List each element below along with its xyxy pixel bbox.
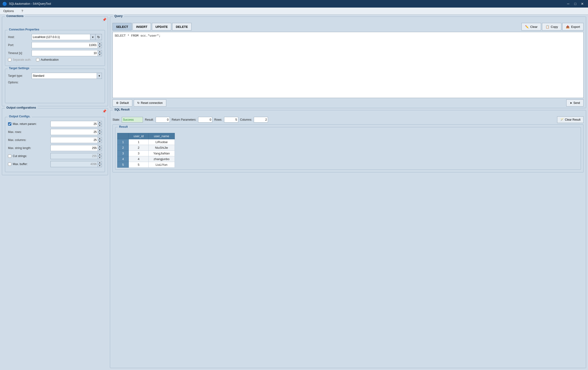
separate-auth-row: Separate auth. bbox=[8, 58, 31, 61]
result-label: Result: bbox=[145, 118, 154, 121]
table-row: 22NiuShiJie bbox=[117, 145, 175, 151]
port-label: Port: bbox=[8, 44, 32, 47]
right-panel: Query SELECT INSERT UPDATE DELETE ✏️ Cle… bbox=[110, 17, 586, 368]
menu-item-help[interactable]: ? bbox=[20, 9, 24, 13]
export-button[interactable]: 📤 Export bbox=[562, 23, 584, 31]
cut-strings-checkbox-row: Cut strings: bbox=[8, 154, 51, 158]
user-id-cell: 3 bbox=[129, 151, 149, 156]
insert-button[interactable]: INSERT bbox=[133, 23, 151, 31]
send-button[interactable]: ➤ Send bbox=[566, 99, 584, 107]
result-field[interactable] bbox=[156, 117, 170, 122]
port-input[interactable] bbox=[32, 42, 98, 48]
timeout-up-button[interactable]: ▲ bbox=[98, 50, 102, 53]
target-settings-title: Target Settings bbox=[8, 66, 31, 70]
max-rows-input[interactable] bbox=[51, 129, 98, 135]
return-parameters-label: Return Parameters: bbox=[172, 118, 197, 121]
authentication-checkbox[interactable] bbox=[36, 58, 39, 61]
query-panel-title: Query bbox=[113, 14, 124, 18]
cut-strings-up[interactable]: ▲ bbox=[98, 153, 102, 156]
max-buffer-input[interactable] bbox=[51, 161, 98, 167]
host-input[interactable] bbox=[32, 34, 90, 40]
update-button[interactable]: UPDATE bbox=[152, 23, 171, 31]
cut-strings-checkbox[interactable] bbox=[8, 154, 11, 158]
max-columns-input[interactable] bbox=[51, 137, 98, 143]
host-refresh-button[interactable]: ↻ bbox=[95, 34, 102, 40]
clear-label: Clear bbox=[530, 25, 537, 29]
max-return-param-down[interactable]: ▼ bbox=[98, 124, 102, 127]
output-panel-pin[interactable]: 📌 bbox=[102, 109, 106, 113]
timeout-down-button[interactable]: ▼ bbox=[98, 53, 102, 56]
row-num-cell: 3 bbox=[117, 151, 129, 156]
cut-strings-down[interactable]: ▼ bbox=[98, 156, 102, 159]
connections-panel-pin[interactable]: 📌 bbox=[102, 18, 106, 22]
clear-button[interactable]: ✏️ Clear bbox=[522, 23, 541, 31]
target-type-dropdown-button[interactable]: ▼ bbox=[97, 73, 102, 79]
max-string-length-down[interactable]: ▼ bbox=[98, 148, 102, 151]
max-columns-up[interactable]: ▲ bbox=[98, 137, 102, 140]
target-type-select[interactable]: Standard bbox=[32, 73, 97, 79]
port-row: Port: ▲ ▼ bbox=[8, 42, 102, 48]
timeout-input[interactable] bbox=[32, 50, 98, 56]
output-configurations-title: Output configurations bbox=[5, 106, 38, 109]
cut-strings-spinbox-buttons: ▲ ▼ bbox=[98, 153, 102, 159]
return-parameters-field[interactable] bbox=[198, 117, 212, 122]
delete-button[interactable]: DELETE bbox=[172, 23, 191, 31]
select-button[interactable]: SELECT bbox=[113, 23, 132, 31]
max-buffer-checkbox[interactable] bbox=[8, 163, 11, 166]
max-rows-up[interactable]: ▲ bbox=[98, 129, 102, 132]
host-input-group: ▼ ↻ bbox=[32, 34, 102, 40]
separate-auth-checkbox[interactable] bbox=[8, 58, 11, 61]
max-string-length-input[interactable] bbox=[51, 145, 98, 151]
maximize-button[interactable]: □ bbox=[572, 1, 578, 6]
rows-field[interactable] bbox=[224, 117, 238, 122]
max-return-param-input[interactable] bbox=[51, 121, 98, 127]
max-columns-down[interactable]: ▼ bbox=[98, 140, 102, 143]
minimize-button[interactable]: ─ bbox=[565, 1, 571, 6]
cut-strings-input[interactable] bbox=[51, 153, 98, 159]
result-toolbar: State: Result: Return Parameters: Rows: … bbox=[110, 115, 586, 124]
menu-item-options[interactable]: Options bbox=[2, 9, 15, 13]
port-up-button[interactable]: ▲ bbox=[98, 42, 102, 45]
columns-label: Columns: bbox=[240, 118, 252, 121]
copy-label: Copy bbox=[551, 25, 558, 29]
rows-label: Rows: bbox=[214, 118, 222, 121]
user-name-cell: zhangjunbo bbox=[148, 156, 175, 162]
close-button[interactable]: ✕ bbox=[579, 1, 586, 6]
max-columns-label: Max. columns: bbox=[8, 138, 51, 142]
sql-result-title: SQL Result bbox=[113, 108, 131, 111]
state-field[interactable] bbox=[122, 117, 143, 122]
clear-result-button[interactable]: 🪄 Clear Result bbox=[557, 116, 584, 123]
max-buffer-up[interactable]: ▲ bbox=[98, 161, 102, 164]
max-return-param-checkbox[interactable] bbox=[8, 122, 11, 126]
max-return-param-up[interactable]: ▲ bbox=[98, 121, 102, 124]
max-return-param-label: Max. return param: bbox=[13, 122, 37, 126]
copy-button[interactable]: 📋 Copy bbox=[542, 23, 561, 31]
columns-field[interactable] bbox=[254, 117, 268, 122]
max-rows-label: Max. rows: bbox=[8, 130, 51, 134]
row-num-cell: 2 bbox=[117, 145, 129, 151]
user-id-cell: 5 bbox=[129, 162, 149, 168]
max-buffer-checkbox-row: Max. buffer: bbox=[8, 163, 51, 166]
timeout-spinbox-buttons: ▲ ▼ bbox=[98, 50, 102, 56]
max-return-param-spinbox: ▲ ▼ bbox=[51, 121, 102, 127]
host-label: Host: bbox=[8, 35, 32, 39]
max-string-length-up[interactable]: ▲ bbox=[98, 145, 102, 148]
user-id-cell: 1 bbox=[129, 139, 149, 145]
output-panel-content: Output Configs. Max. return param: ▲ ▼ bbox=[2, 110, 108, 175]
reset-connection-button[interactable]: ↻ Reset connection bbox=[134, 99, 166, 107]
user-name-header: user_name bbox=[148, 133, 175, 139]
host-row: Host: ▼ ↻ bbox=[8, 34, 102, 40]
auth-row: Separate auth. Authentication bbox=[8, 58, 102, 63]
output-configurations-panel: Output configurations 📌 Output Configs. … bbox=[2, 108, 108, 175]
row-num-header bbox=[117, 133, 129, 139]
query-editor[interactable]: SELECT * FROM scc."user"; bbox=[113, 32, 584, 98]
timeout-row: Timeout [s]: ▲ ▼ bbox=[8, 50, 102, 56]
port-down-button[interactable]: ▼ bbox=[98, 45, 102, 48]
max-buffer-down[interactable]: ▼ bbox=[98, 164, 102, 167]
result-sub-panel: Result user_id user_name 11L bbox=[115, 127, 581, 170]
host-dropdown-button[interactable]: ▼ bbox=[90, 34, 95, 40]
state-label: State: bbox=[113, 118, 120, 121]
max-rows-down[interactable]: ▼ bbox=[98, 132, 102, 135]
default-button[interactable]: ⚙ Default bbox=[113, 99, 132, 107]
send-icon: ➤ bbox=[570, 101, 572, 105]
